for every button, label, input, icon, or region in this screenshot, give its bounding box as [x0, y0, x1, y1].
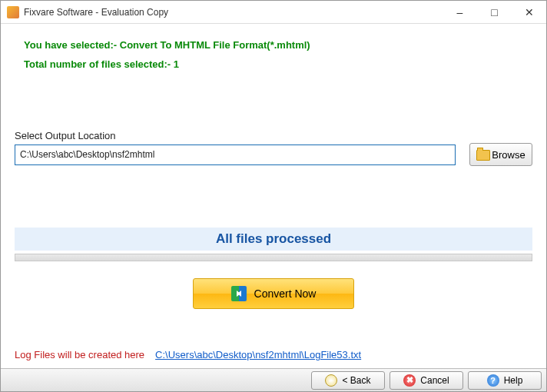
convert-icon [231, 286, 248, 301]
back-button[interactable]: ← < Back [311, 371, 385, 390]
close-button[interactable]: ✕ [512, 1, 546, 23]
content-area: You have selected:- Convert To MHTML Fil… [1, 24, 546, 309]
folder-icon [476, 150, 489, 159]
arrow-left-icon: ← [325, 374, 337, 387]
convert-row: Convert Now [15, 278, 532, 309]
browse-button[interactable]: Browse [469, 143, 532, 166]
cancel-icon: ✖ [403, 374, 416, 387]
progress-bar [15, 254, 532, 261]
minimize-button[interactable]: – [443, 1, 477, 23]
maximize-button[interactable]: □ [477, 1, 512, 23]
help-button[interactable]: ? Help [468, 371, 542, 390]
convert-now-button[interactable]: Convert Now [193, 278, 354, 309]
log-label: Log Files will be created here [15, 349, 144, 360]
window-title: Fixvare Software - Evaluation Copy [24, 7, 443, 18]
output-location-input[interactable] [15, 145, 456, 165]
cancel-label: Cancel [420, 375, 449, 386]
log-row: Log Files will be created here C:\Users\… [15, 349, 361, 360]
back-label: < Back [342, 375, 370, 386]
help-icon: ? [487, 374, 499, 387]
cancel-button[interactable]: ✖ Cancel [390, 371, 463, 390]
footer-bar: ← < Back ✖ Cancel ? Help [1, 368, 546, 391]
app-icon [7, 6, 19, 18]
titlebar: Fixvare Software - Evaluation Copy – □ ✕ [1, 1, 546, 24]
window-controls: – □ ✕ [443, 1, 546, 23]
convert-label: Convert Now [254, 287, 317, 300]
status-banner: All files processed [15, 228, 532, 251]
output-location-label: Select Output Location [15, 130, 532, 141]
help-label: Help [504, 375, 523, 386]
selection-info: You have selected:- Convert To MHTML Fil… [24, 39, 532, 51]
browse-label: Browse [492, 149, 525, 161]
status-text: All files processed [216, 231, 331, 247]
output-row: Browse [15, 143, 532, 166]
file-count-info: Total number of files selected:- 1 [24, 58, 532, 70]
log-file-link[interactable]: C:\Users\abc\Desktop\nsf2mhtml\LogFile53… [155, 349, 361, 360]
